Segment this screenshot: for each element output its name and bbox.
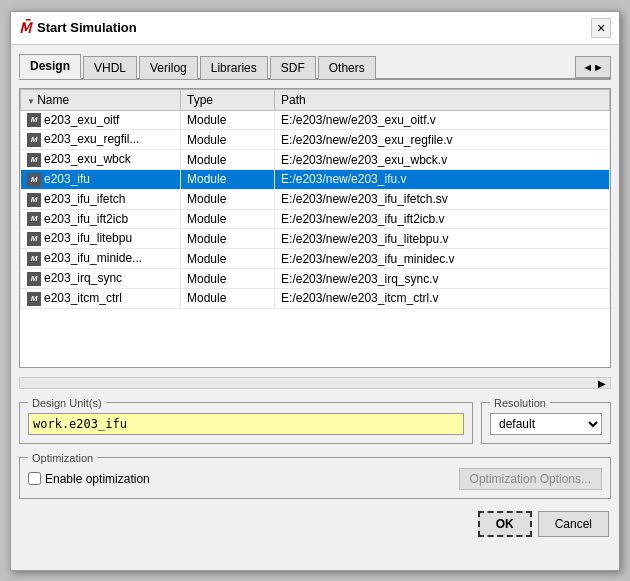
cell-name: Me203_exu_wbck [21,150,181,170]
cell-type: Module [181,229,275,249]
design-unit-input[interactable] [28,413,464,435]
tab-vhdl[interactable]: VHDL [83,56,137,79]
bottom-buttons: OK Cancel [19,507,611,539]
tab-sdf[interactable]: SDF [270,56,316,79]
cell-name: Me203_exu_regfil... [21,130,181,150]
table-row[interactable]: Me203_exu_regfil... Module E:/e203/new/e… [21,130,610,150]
design-unit-legend: Design Unit(s) [28,397,106,409]
cell-type: Module [181,130,275,150]
cell-type: Module [181,249,275,269]
cell-type: Module [181,288,275,308]
table-row[interactable]: Me203_itcm_ctrl Module E:/e203/new/e203_… [21,288,610,308]
tab-design[interactable]: Design [19,54,81,79]
dialog-body: Design VHDL Verilog Libraries SDF Others… [11,45,619,570]
enable-optimization-checkbox[interactable] [28,472,41,485]
resolution-fieldset: Resolution defaultnspsfsusmssec [481,397,611,444]
cell-path: E:/e203/new/e203_exu_wbck.v [275,150,610,170]
optimization-options-button[interactable]: Optimization Options... [459,468,602,490]
cell-type: Module [181,269,275,289]
cell-type: Module [181,110,275,130]
cell-path: E:/e203/new/e203_itcm_ctrl.v [275,288,610,308]
cell-type: Module [181,189,275,209]
dialog-title: Start Simulation [37,20,585,35]
app-icon: M̄ [19,20,31,36]
table-row[interactable]: Me203_ifu_minide... Module E:/e203/new/e… [21,249,610,269]
optimization-legend: Optimization [28,452,97,464]
cell-path: E:/e203/new/e203_irq_sync.v [275,269,610,289]
module-icon: M [27,133,41,147]
col-name-header[interactable]: Name [21,89,181,110]
tab-expand-button[interactable]: ◄► [575,56,611,78]
cell-name: Me203_irq_sync [21,269,181,289]
cell-path: E:/e203/new/e203_exu_regfile.v [275,130,610,150]
cell-path: E:/e203/new/e203_ifu_ift2icb.v [275,209,610,229]
cell-name: Me203_ifu [21,169,181,189]
cell-path: E:/e203/new/e203_ifu_minidec.v [275,249,610,269]
cell-path: E:/e203/new/e203_ifu.v [275,169,610,189]
table-container[interactable]: Name Type Path Me203_exu_oitf Module E:/… [19,88,611,368]
start-simulation-dialog: M̄ Start Simulation × Design VHDL Verilo… [10,11,620,571]
module-icon: M [27,113,41,127]
cell-type: Module [181,150,275,170]
scroll-right-icon[interactable]: ▶ [594,378,610,389]
module-icon: M [27,232,41,246]
ok-button[interactable]: OK [478,511,532,537]
resolution-select[interactable]: defaultnspsfsusmssec [490,413,602,435]
optimization-fieldset: Optimization Enable optimization Optimiz… [19,452,611,499]
design-resolution-row: Design Unit(s) Resolution defaultnspsfsu… [19,397,611,444]
table-row[interactable]: Me203_irq_sync Module E:/e203/new/e203_i… [21,269,610,289]
cell-name: Me203_itcm_ctrl [21,288,181,308]
cell-name: Me203_ifu_ift2icb [21,209,181,229]
table-row[interactable]: Me203_ifu_ift2icb Module E:/e203/new/e20… [21,209,610,229]
col-path-header[interactable]: Path [275,89,610,110]
enable-optimization-text: Enable optimization [45,472,150,486]
cell-path: E:/e203/new/e203_ifu_litebpu.v [275,229,610,249]
tabs-container: Design VHDL Verilog Libraries SDF Others… [19,53,611,80]
col-type-header[interactable]: Type [181,89,275,110]
cell-type: Module [181,209,275,229]
tab-verilog[interactable]: Verilog [139,56,198,79]
resolution-legend: Resolution [490,397,550,409]
module-icon: M [27,292,41,306]
design-unit-fieldset: Design Unit(s) [19,397,473,444]
cell-name: Me203_ifu_minide... [21,249,181,269]
tab-libraries[interactable]: Libraries [200,56,268,79]
close-button[interactable]: × [591,18,611,38]
horizontal-scrollbar[interactable]: ▶ [19,377,611,389]
module-icon: M [27,173,41,187]
optimization-row: Enable optimization Optimization Options… [28,468,602,490]
cell-path: E:/e203/new/e203_exu_oitf.v [275,110,610,130]
file-table: Name Type Path Me203_exu_oitf Module E:/… [20,89,610,309]
module-icon: M [27,193,41,207]
module-icon: M [27,272,41,286]
cell-name: Me203_exu_oitf [21,110,181,130]
cell-type: Module [181,169,275,189]
module-icon: M [27,252,41,266]
table-row[interactable]: Me203_ifu_ifetch Module E:/e203/new/e203… [21,189,610,209]
table-row[interactable]: Me203_ifu Module E:/e203/new/e203_ifu.v [21,169,610,189]
table-row[interactable]: Me203_exu_wbck Module E:/e203/new/e203_e… [21,150,610,170]
table-row[interactable]: Me203_ifu_litebpu Module E:/e203/new/e20… [21,229,610,249]
cell-name: Me203_ifu_ifetch [21,189,181,209]
table-row[interactable]: Me203_exu_oitf Module E:/e203/new/e203_e… [21,110,610,130]
module-icon: M [27,153,41,167]
tab-others[interactable]: Others [318,56,376,79]
cell-name: Me203_ifu_litebpu [21,229,181,249]
enable-optimization-label[interactable]: Enable optimization [28,472,150,486]
cancel-button[interactable]: Cancel [538,511,609,537]
cell-path: E:/e203/new/e203_ifu_ifetch.sv [275,189,610,209]
module-icon: M [27,212,41,226]
title-bar: M̄ Start Simulation × [11,12,619,45]
